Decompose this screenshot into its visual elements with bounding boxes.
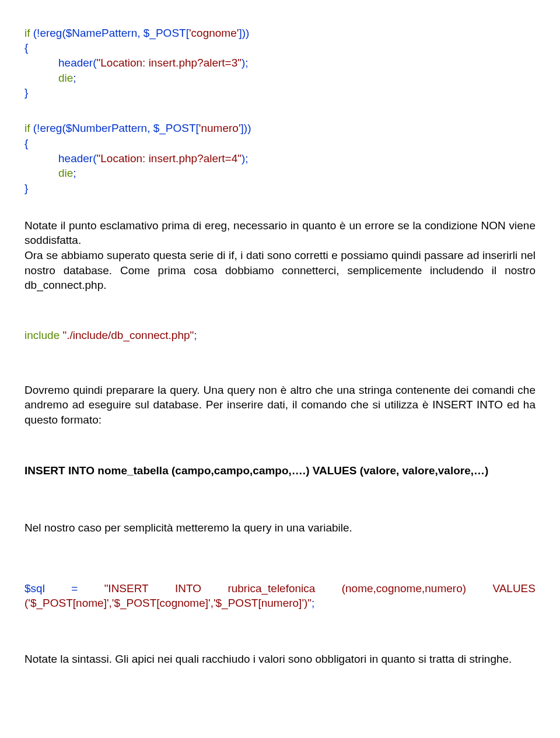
string-part: VALUES xyxy=(492,581,536,596)
code-expr: (!ereg($NumberPattern, $_POST[ xyxy=(30,122,199,134)
string-literal: "Location: insert.php?alert=4" xyxy=(97,152,242,165)
code-block-4: $sql="INSERTINTOrubrica_telefonica(nome,… xyxy=(24,581,536,611)
paragraph-3: Dovremo quindi preparare la query. Una q… xyxy=(24,383,536,428)
semi: ; xyxy=(194,329,197,341)
func-header: header xyxy=(58,152,93,165)
semi: ; xyxy=(312,597,314,609)
code-close: ])) xyxy=(239,27,249,39)
keyword-if: if xyxy=(24,122,30,134)
string-literal: "./include/db_connect.php" xyxy=(63,329,194,341)
paragraph-5: Notate la sintassi. Gli apici nei quali … xyxy=(24,652,536,667)
string-part: INTO xyxy=(175,581,201,596)
code-block-1: if (!ereg($NamePattern, $_POST['cognome'… xyxy=(24,11,536,100)
string-part: ('$_POST[nome]','$_POST[cognome]','$_POS… xyxy=(24,597,312,609)
code-block-3: include "./include/db_connect.php"; xyxy=(24,328,536,343)
paragraph-1: Notate il punto esclamativo prima di ere… xyxy=(24,218,536,248)
string-literal: 'cognome' xyxy=(189,27,239,39)
paren-close: ); xyxy=(242,152,249,165)
brace-close: } xyxy=(24,182,28,194)
string-part: (nome,cognome,numero) xyxy=(342,581,466,596)
semi: ; xyxy=(73,167,76,179)
keyword-die: die xyxy=(58,72,73,84)
keyword-if: if xyxy=(24,27,30,39)
brace-close: } xyxy=(24,86,28,99)
paragraph-4: Nel nostro caso per semplicità metteremo… xyxy=(24,520,536,536)
insert-into-format: INSERT INTO nome_tabella (campo,campo,ca… xyxy=(24,463,536,478)
keyword-include: include xyxy=(24,329,63,341)
func-header: header xyxy=(58,57,93,69)
paragraph-2: Ora se abbiamo superato questa serie di … xyxy=(24,248,536,293)
brace-open: { xyxy=(24,41,28,54)
brace-open: { xyxy=(24,137,28,149)
code-block-2: if (!ereg($NumberPattern, $_POST['numero… xyxy=(24,106,536,196)
code-close: ])) xyxy=(241,122,251,134)
string-literal: "Location: insert.php?alert=3" xyxy=(97,57,242,69)
semi: ; xyxy=(73,72,76,84)
string-literal: 'numero' xyxy=(199,122,241,134)
code-expr: (!ereg($NamePattern, $_POST[ xyxy=(30,27,189,39)
string-part: "INSERT xyxy=(104,581,149,596)
paren-close: ); xyxy=(242,57,249,69)
keyword-die: die xyxy=(58,167,73,179)
equals: = xyxy=(71,581,78,596)
string-part: rubrica_telefonica xyxy=(228,581,315,596)
var-sql: $sql xyxy=(24,581,45,596)
